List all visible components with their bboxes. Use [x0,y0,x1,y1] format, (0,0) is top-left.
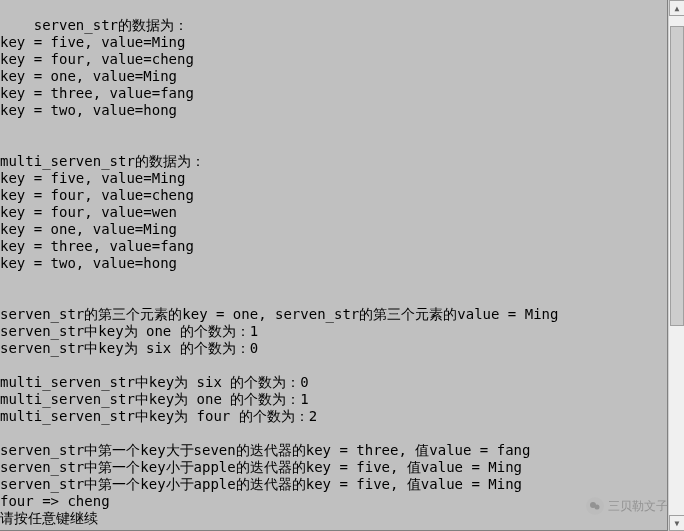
console-line: key = four, value=cheng [0,51,194,67]
console-line: key = three, value=fang [0,238,194,254]
console-line: serven_str的第三个元素的key = one, serven_str的第… [0,306,558,322]
console-line: multi_serven_str的数据为： [0,153,205,169]
console-line: serven_str的数据为： [34,17,188,33]
scroll-down-button[interactable]: ▼ [669,515,684,531]
console-line: serven_str中第一个key大于seven的迭代器的key = three… [0,442,530,458]
console-line: 请按任意键继续 [0,510,98,526]
console-line: key = four, value=wen [0,204,177,220]
scroll-up-button[interactable]: ▲ [669,0,684,16]
vertical-scrollbar[interactable]: ▲ ▼ [668,0,684,531]
console-line: key = one, value=Ming [0,221,177,237]
console-line: multi_serven_str中key为 four 的个数为：2 [0,408,317,424]
console-line: key = four, value=cheng [0,187,194,203]
chevron-down-icon: ▼ [675,515,680,532]
console-line: serven_str中key为 one 的个数为：1 [0,323,258,339]
console-output: serven_str的数据为： key = five, value=Ming k… [0,0,668,531]
console-line: serven_str中第一个key小于apple的迭代器的key = five,… [0,476,522,492]
chevron-up-icon: ▲ [675,0,680,17]
console-line: key = two, value=hong [0,255,177,271]
scroll-thumb[interactable] [670,26,684,326]
console-line: key = two, value=hong [0,102,177,118]
console-line: key = three, value=fang [0,85,194,101]
console-line: key = five, value=Ming [0,34,185,50]
console-line: serven_str中key为 six 的个数为：0 [0,340,258,356]
console-line: key = one, value=Ming [0,68,177,84]
console-line: key = five, value=Ming [0,170,185,186]
console-line: four => cheng [0,493,110,509]
console-window: serven_str的数据为： key = five, value=Ming k… [0,0,684,531]
console-line: serven_str中第一个key小于apple的迭代器的key = five,… [0,459,522,475]
scroll-track[interactable] [669,16,684,515]
console-line: multi_serven_str中key为 one 的个数为：1 [0,391,309,407]
console-line: multi_serven_str中key为 six 的个数为：0 [0,374,309,390]
